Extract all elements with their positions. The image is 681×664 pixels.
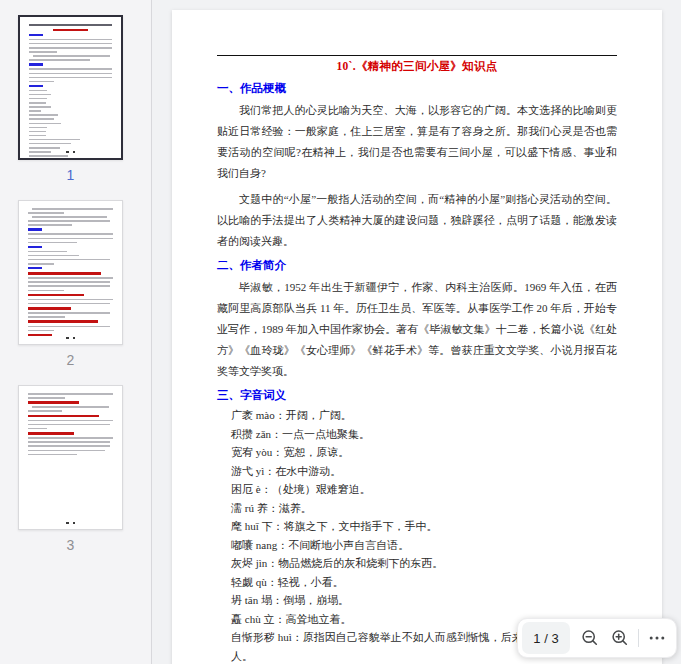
document-viewport[interactable]: 10`.《精神的三间小屋》知识点 一、作品梗概 我们常把人的心灵比喻为天空、大海… <box>152 0 681 664</box>
thumbnail-content-line <box>28 441 110 443</box>
thumbnail-content-line <box>29 114 58 116</box>
vocab-item: 麾 huī 下：将旗之下，文中指手下，手中。 <box>231 517 617 536</box>
thumbnail-content-line <box>29 51 57 53</box>
thumbnail-content-line <box>28 263 54 265</box>
thumbnail-content-line <box>28 397 65 399</box>
thumbnail-content-line <box>29 63 43 65</box>
viewer-toolbar: 1 / 3 <box>517 618 677 658</box>
thumbnail-content-line <box>28 294 84 297</box>
thumbnail-content-line <box>29 81 54 83</box>
thumbnail-content-line <box>28 437 113 439</box>
toolbar-divider <box>638 629 639 647</box>
thumbnail-content-line <box>28 316 65 318</box>
thumbnail-content-line <box>28 277 113 279</box>
thumbnail-content-line <box>28 307 71 310</box>
vocab-item: 轻觑 qù：轻视，小看。 <box>231 573 617 592</box>
thumbnail-content-line <box>29 94 51 96</box>
thumbnail-content-line <box>32 406 109 408</box>
thumbnail-content-line <box>28 212 64 214</box>
thumbnail-content-line <box>28 224 72 226</box>
thumbnail-content-line <box>29 110 41 112</box>
thumbnail-content-line <box>28 415 99 418</box>
thumbnail-content-line <box>28 410 62 412</box>
thumbnail-content-line <box>29 131 46 133</box>
thumbnail-content-line <box>28 401 79 404</box>
section-heading-1: 一、作品梗概 <box>217 80 617 96</box>
thumbnail-footer-dots <box>19 519 122 524</box>
vocab-item: 嘟囔 nang：不间断地小声自言自语。 <box>231 536 617 555</box>
document-page-1: 10`.《精神的三间小屋》知识点 一、作品梗概 我们常把人的心灵比喻为天空、大海… <box>172 10 662 664</box>
page-number-label-3: 3 <box>18 537 123 553</box>
thumbnail-content-line <box>29 98 47 100</box>
thumbnail-content-line <box>29 77 112 79</box>
thumbnail-content-line <box>28 220 110 222</box>
thumbnail-content-line <box>29 24 112 26</box>
thumbnail-content-line <box>29 143 71 145</box>
thumbnail-content-line <box>32 216 107 218</box>
zoom-in-button[interactable] <box>605 622 635 654</box>
document-viewer: 1 2 3 10`.《精神的三间小屋》知识点 一、作品梗概 我们常把人的心灵比喻… <box>0 0 681 664</box>
thumbnail-content-line <box>28 272 101 275</box>
thumbnail-block-3: 3 <box>18 385 123 553</box>
thumbnail-content-line <box>29 106 51 108</box>
thumbnail-content-line <box>29 39 112 41</box>
thumbnail-content-line <box>28 299 113 301</box>
zoom-out-button[interactable] <box>575 622 605 654</box>
thumbnail-footer-dots <box>19 334 122 339</box>
thumbnail-content-line <box>28 432 74 435</box>
thumbnail-content-line <box>29 59 90 61</box>
thumbnail-content-line <box>33 55 109 57</box>
thumbnail-content-line <box>28 242 77 244</box>
thumbnail-block-2: 2 <box>18 200 123 368</box>
page-number-label-1: 1 <box>18 167 123 183</box>
thumbnail-content-line <box>29 155 68 157</box>
ellipsis-icon <box>648 629 666 647</box>
vocab-item: 灰烬 jìn：物品燃烧后的灰和烧剩下的东西。 <box>231 554 617 573</box>
thumbnail-content-line <box>28 330 54 332</box>
thumbnail-content-line <box>29 127 47 129</box>
thumbnail-content-line <box>28 290 64 292</box>
vocab-item: 困厄 è：（处境）艰难窘迫。 <box>231 480 617 499</box>
thumbnail-content-line <box>28 255 79 257</box>
thumbnail-content-line <box>28 424 110 426</box>
section-heading-2: 二、作者简介 <box>217 257 617 273</box>
page-number-label-2: 2 <box>18 352 123 368</box>
magnifier-minus-icon <box>580 628 600 648</box>
thumbnail-content-line <box>28 233 113 235</box>
page-thumbnail-2[interactable] <box>18 200 123 345</box>
thumbnail-content-line <box>29 135 46 137</box>
thumbnail-content-line <box>28 228 42 230</box>
paragraph: 我们常把人的心灵比喻为天空、大海，以形容它的广阔。本文选择的比喻则更贴近日常经验… <box>217 100 617 184</box>
thumbnail-content-line <box>29 85 43 87</box>
thumbnail-content-line <box>28 393 113 395</box>
thumbnail-content-line <box>28 246 42 248</box>
thumbnail-block-1: 1 <box>18 15 123 183</box>
thumbnail-content-line <box>29 102 46 104</box>
page-thumbnail-1[interactable] <box>18 15 123 160</box>
vocab-item: 濡 rú 养：滋养。 <box>231 499 617 518</box>
thumbnail-content-line <box>28 312 110 314</box>
page-thumbnail-3[interactable] <box>18 385 123 530</box>
more-options-button[interactable] <box>642 622 672 654</box>
thumbnail-content-line <box>53 29 88 31</box>
thumbnail-content-line <box>28 326 110 328</box>
vocab-item: 积攒 zǎn：一点一点地聚集。 <box>231 425 617 444</box>
vocab-item: 宽宥 yòu：宽恕，原谅。 <box>231 443 617 462</box>
thumbnail-content-line <box>29 90 47 92</box>
thumbnail-content-line <box>32 208 113 210</box>
thumbnail-content-line <box>29 43 112 45</box>
page-header-rule <box>217 55 617 56</box>
vocab-item: 游弋 yì：在水中游动。 <box>231 462 617 481</box>
paragraph: 毕淑敏，1952 年出生于新疆伊宁，作家、内科主治医师。1969 年入伍，在西藏… <box>217 277 617 382</box>
thumbnail-content-line <box>29 123 61 125</box>
thumbnail-content-line <box>28 285 110 287</box>
thumbnail-content-line <box>29 47 112 49</box>
vocab-item: 广袤 mào：开阔，广阔。 <box>231 406 617 425</box>
thumbnail-content-line <box>29 34 43 36</box>
thumbnail-content-line <box>29 139 80 141</box>
thumbnail-content-line <box>28 450 105 452</box>
thumbnail-footer-dots <box>20 148 121 153</box>
thumbnail-content-line <box>28 428 47 430</box>
thumbnail-content-line <box>28 320 98 323</box>
thumbnail-sidebar: 1 2 3 <box>0 0 152 664</box>
